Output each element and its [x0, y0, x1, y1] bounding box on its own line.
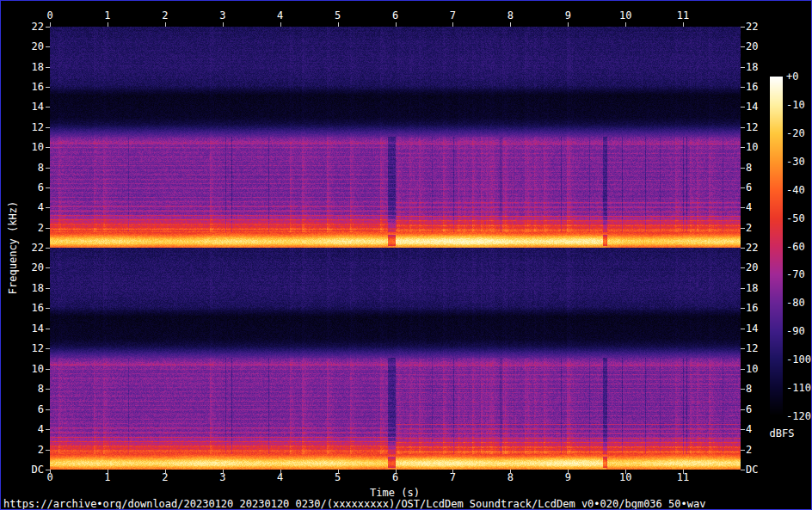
time-tick-label-top: 0 [46, 10, 52, 21]
colorbar-tick-label: -10 [786, 100, 805, 110]
freq-tick-left [46, 168, 50, 169]
freq-tick-right [741, 67, 745, 68]
freq-tick-label-right: 22 [746, 243, 758, 253]
time-tick-bottom [452, 470, 453, 474]
freq-tick-label-right: 20 [746, 262, 758, 273]
freq-tick-label-right: DC [746, 464, 758, 475]
freq-tick-left [46, 248, 50, 249]
freq-tick-right [741, 308, 745, 309]
time-tick-bottom [683, 470, 684, 474]
freq-tick-left [46, 147, 50, 148]
time-tick-bottom [108, 470, 108, 474]
freq-tick-label-right: 10 [746, 142, 758, 152]
time-tick-top [280, 22, 281, 27]
freq-tick-label-left: 22 [32, 22, 44, 32]
colorbar-tick-label: -110 [786, 383, 811, 393]
time-tick-label-top: 11 [677, 10, 689, 21]
colorbar-tick-label: -20 [786, 128, 805, 138]
time-tick-label-top: 7 [450, 10, 456, 21]
freq-tick-label-right: 8 [746, 163, 752, 173]
freq-tick-label-right: 6 [746, 404, 752, 415]
freq-tick-left [46, 46, 50, 47]
freq-tick-right [741, 46, 745, 47]
freq-tick-label-right: 20 [746, 41, 758, 52]
freq-tick-label-right: 12 [746, 122, 758, 132]
freq-tick-label-left: 12 [32, 122, 44, 132]
colorbar-tick-label: -40 [786, 185, 805, 195]
time-tick-bottom [165, 470, 166, 474]
freq-tick-label-left: 12 [32, 343, 44, 353]
colorbar-tick-label: -60 [786, 242, 805, 252]
freq-tick-left [46, 187, 50, 188]
freq-tick-left [46, 67, 50, 68]
time-tick-label-top: 8 [508, 10, 514, 21]
time-tick-bottom [396, 470, 397, 474]
spectrogram-left-channel [50, 27, 741, 248]
freq-tick-right [741, 369, 745, 370]
colorbar-tick-label: -70 [786, 269, 805, 280]
freq-tick-right [741, 450, 745, 451]
freq-tick-right [741, 409, 745, 410]
freq-tick-label-right: 8 [746, 384, 752, 394]
x-axis-title: Time (s) [370, 487, 420, 499]
time-tick-label-top: 6 [392, 10, 398, 21]
freq-tick-right [741, 168, 745, 169]
freq-tick-label-right: 4 [746, 424, 752, 434]
freq-tick-left [46, 87, 50, 88]
freq-tick-right [741, 127, 745, 128]
time-tick-label-top: 3 [219, 10, 225, 21]
colorbar-tick-label: -120 [786, 411, 811, 421]
freq-tick-label-right: 6 [746, 182, 752, 193]
freq-tick-left [46, 470, 50, 470]
freq-tick-left [46, 288, 50, 289]
freq-tick-label-right: 14 [746, 101, 758, 112]
freq-tick-right [741, 228, 745, 229]
freq-tick-label-left: 10 [32, 142, 44, 152]
time-tick-bottom [568, 470, 569, 474]
time-tick-top [510, 22, 511, 27]
freq-tick-label-left: 14 [32, 101, 44, 112]
time-tick-top [452, 22, 453, 27]
file-url-caption: https://archive•org/download/20230120_20… [3, 499, 705, 509]
freq-tick-label-left: 20 [32, 41, 44, 52]
freq-tick-label-right: 10 [746, 364, 758, 374]
freq-tick-right [741, 267, 745, 268]
freq-tick-label-right: 4 [746, 202, 752, 212]
time-tick-bottom [510, 470, 511, 474]
freq-tick-label-left: 16 [32, 303, 44, 313]
time-tick-label-top: 4 [277, 10, 283, 21]
time-tick-label-top: 2 [162, 10, 168, 21]
freq-tick-left [46, 267, 50, 268]
freq-tick-left [46, 329, 50, 329]
freq-tick-label-left: 10 [32, 364, 44, 374]
time-tick-top [165, 22, 166, 27]
time-tick-top [108, 22, 108, 27]
freq-tick-label-left: 18 [32, 283, 44, 293]
spectrogram-right-channel [50, 248, 741, 470]
time-tick-bottom [625, 470, 626, 474]
spectrogram-figure: Frequency (kHz) Time (s) dBFS https://ar… [0, 0, 812, 510]
freq-tick-right [741, 429, 745, 430]
freq-tick-left [46, 348, 50, 349]
freq-tick-left [46, 127, 50, 128]
freq-tick-label-left: 6 [38, 404, 44, 415]
freq-tick-left [46, 389, 50, 390]
time-tick-top [568, 22, 569, 27]
freq-tick-right [741, 27, 745, 28]
freq-tick-right [741, 348, 745, 349]
freq-tick-label-right: 14 [746, 323, 758, 334]
freq-tick-label-left: 22 [32, 243, 44, 253]
freq-tick-left [46, 450, 50, 451]
colorbar-tick-label: -50 [786, 213, 805, 224]
colorbar-unit-label: dBFS [770, 427, 795, 439]
time-tick-bottom [338, 470, 339, 474]
freq-tick-label-left: DC [32, 464, 44, 475]
colorbar-tick-label: -100 [786, 354, 811, 365]
time-tick-label-top: 10 [619, 10, 631, 21]
freq-tick-right [741, 288, 745, 289]
freq-tick-right [741, 207, 745, 208]
time-tick-top [338, 22, 339, 27]
freq-tick-label-right: 12 [746, 343, 758, 353]
freq-tick-right [741, 87, 745, 88]
freq-tick-label-right: 16 [746, 82, 758, 92]
